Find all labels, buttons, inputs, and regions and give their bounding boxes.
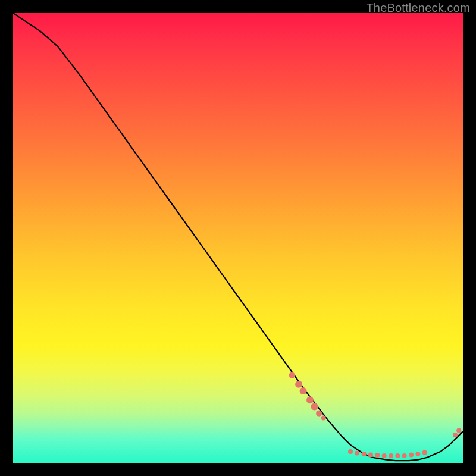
scatter-point — [362, 452, 367, 456]
scatter-point — [402, 453, 407, 458]
watermark-text: TheBottleneck.com — [366, 1, 470, 15]
scatter-point — [409, 452, 414, 457]
chart-curve — [13, 13, 463, 461]
scatter-point — [453, 433, 458, 437]
scatter-point — [348, 449, 353, 454]
scatter-point — [306, 396, 314, 403]
scatter-point — [311, 403, 318, 411]
scatter-point — [289, 372, 295, 378]
scatter-point — [295, 381, 302, 388]
scatter-point — [321, 415, 326, 420]
scatter-point — [300, 387, 307, 394]
chart-plot-area — [13, 13, 463, 463]
chart-scatter-dots — [289, 372, 462, 458]
scatter-point — [422, 450, 427, 455]
scatter-point — [375, 453, 380, 458]
chart-svg — [13, 13, 463, 463]
scatter-point — [395, 453, 400, 458]
scatter-point — [316, 411, 322, 416]
scatter-point — [382, 453, 387, 458]
scatter-point — [456, 428, 461, 433]
scatter-point — [355, 450, 359, 455]
scatter-point — [389, 453, 393, 458]
scatter-point — [415, 452, 420, 456]
scatter-point — [368, 452, 373, 457]
